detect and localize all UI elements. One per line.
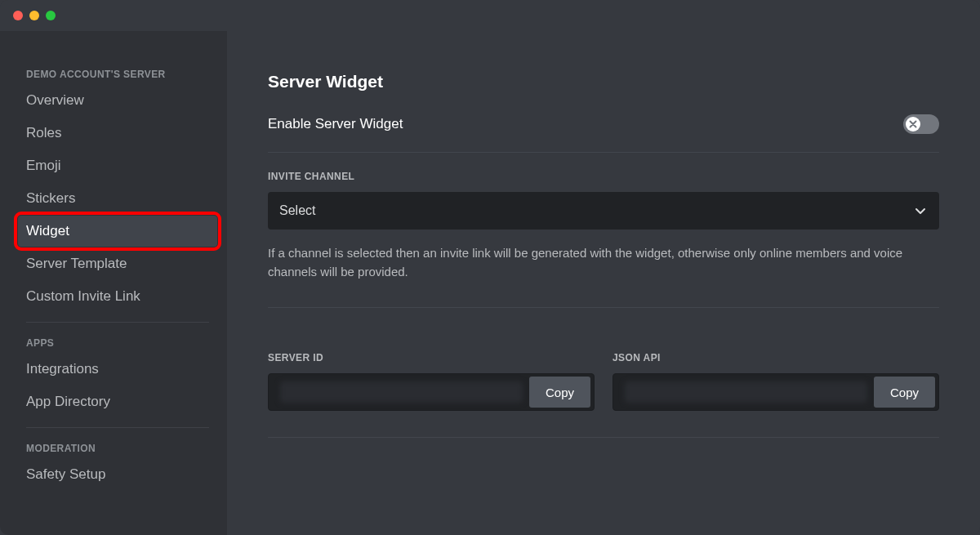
server-id-section: SERVER ID Copy — [268, 352, 595, 411]
sidebar-item-server-template[interactable]: Server Template — [18, 248, 217, 279]
content-divider — [268, 437, 939, 438]
invite-channel-value: Select — [279, 203, 315, 218]
sidebar-group-header-apps: APPS — [18, 332, 217, 354]
json-api-section: JSON API Copy — [612, 352, 939, 411]
enable-widget-label: Enable Server Widget — [268, 116, 403, 132]
server-id-label: SERVER ID — [268, 352, 595, 363]
sidebar-item-widget[interactable]: Widget — [18, 216, 217, 247]
json-api-label: JSON API — [612, 352, 939, 363]
enable-widget-toggle[interactable] — [903, 114, 939, 134]
sidebar-divider — [26, 322, 209, 323]
invite-channel-help: If a channel is selected then an invite … — [268, 244, 939, 281]
sidebar-item-app-directory[interactable]: App Directory — [18, 386, 217, 417]
sidebar-item-overview[interactable]: Overview — [18, 85, 217, 116]
content-divider — [268, 152, 939, 153]
app-window: DEMO ACCOUNT'S SERVER Overview Roles Emo… — [0, 0, 980, 535]
page-title: Server Widget — [268, 72, 939, 91]
sidebar-group-header-moderation: MODERATION — [18, 438, 217, 459]
main-content: Server Widget Enable Server Widget INVIT… — [227, 31, 980, 535]
sidebar-item-emoji[interactable]: Emoji — [18, 150, 217, 181]
chevron-down-icon — [913, 203, 928, 218]
body: DEMO ACCOUNT'S SERVER Overview Roles Emo… — [0, 31, 980, 535]
toggle-knob — [906, 117, 920, 132]
server-id-value — [280, 381, 523, 403]
sidebar-item-roles[interactable]: Roles — [18, 118, 217, 149]
sidebar-divider — [26, 427, 209, 428]
window-titlebar — [0, 0, 980, 31]
invite-channel-select[interactable]: Select — [268, 192, 939, 230]
sidebar-item-safety-setup[interactable]: Safety Setup — [18, 459, 217, 490]
content-divider — [268, 307, 939, 308]
sidebar-item-integrations[interactable]: Integrations — [18, 354, 217, 385]
settings-sidebar: DEMO ACCOUNT'S SERVER Overview Roles Emo… — [0, 31, 227, 535]
copy-server-id-button[interactable]: Copy — [529, 377, 590, 408]
close-icon — [909, 120, 917, 128]
sidebar-item-stickers[interactable]: Stickers — [18, 183, 217, 214]
json-api-value — [625, 381, 867, 403]
close-window-button[interactable] — [13, 11, 23, 20]
json-api-box: Copy — [612, 373, 939, 411]
invite-channel-label: INVITE CHANNEL — [268, 171, 939, 182]
copy-json-api-button[interactable]: Copy — [874, 377, 935, 408]
minimize-window-button[interactable] — [29, 11, 39, 20]
maximize-window-button[interactable] — [46, 11, 56, 20]
sidebar-group-header-server: DEMO ACCOUNT'S SERVER — [18, 64, 217, 85]
server-id-box: Copy — [268, 373, 595, 411]
enable-widget-row: Enable Server Widget — [268, 114, 939, 134]
id-api-row: SERVER ID Copy JSON API Copy — [268, 352, 939, 411]
sidebar-item-custom-invite-link[interactable]: Custom Invite Link — [18, 281, 217, 312]
